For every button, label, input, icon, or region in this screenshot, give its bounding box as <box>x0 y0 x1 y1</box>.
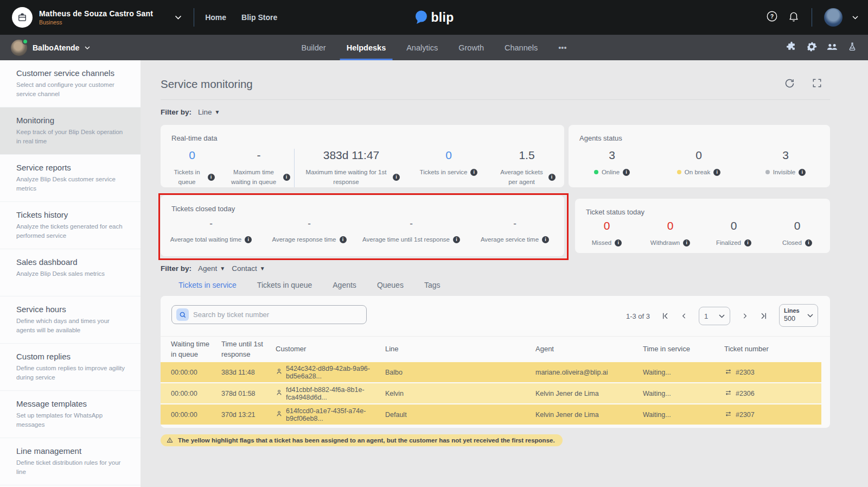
info-icon[interactable] <box>713 169 720 176</box>
more-tabs-icon[interactable]: ••• <box>552 35 573 60</box>
info-icon[interactable] <box>245 236 252 243</box>
sidebar-item-service-hours[interactable]: Service hours Define which days and time… <box>0 296 141 344</box>
help-icon[interactable]: ? <box>766 10 778 24</box>
col-time-until-first-response: Time until 1st response <box>221 339 271 360</box>
fullscreen-icon[interactable] <box>812 78 822 91</box>
filter-line-dropdown[interactable]: Line▼ <box>198 108 220 116</box>
chevron-down-icon[interactable] <box>175 15 182 20</box>
top-bar: Matheus de Souza Castro Sant Business Ho… <box>0 0 868 35</box>
sidebar-item-customer-service-channels[interactable]: Customer service channels Select and con… <box>0 60 141 107</box>
chevron-down-icon: ▼ <box>215 110 220 115</box>
settings-gear-icon[interactable] <box>806 41 817 54</box>
card-title: Ticket status today <box>586 208 644 216</box>
page-select[interactable]: 1 <box>699 307 730 325</box>
chevron-down-icon[interactable] <box>852 16 858 20</box>
bot-name: BalboAtende <box>33 43 79 52</box>
nav-home[interactable]: Home <box>205 13 226 22</box>
pagination-range: 1-3 of 3 <box>626 312 650 320</box>
app-bar: BalboAtende Builder Helpdesks Analytics … <box>0 35 868 60</box>
tab-tickets-in-service[interactable]: Tickets in service <box>172 276 243 299</box>
filter-label: Filter by: <box>161 108 192 116</box>
table-row[interactable]: 00:00:00 378d 01:58 fd41cbbf-b882-4f6a-8… <box>161 383 821 403</box>
info-icon[interactable] <box>453 236 460 243</box>
pagination: 1-3 of 3 1 Lines 500 <box>626 305 818 327</box>
next-page-icon[interactable] <box>741 312 749 320</box>
chevron-down-icon: ▼ <box>260 266 265 271</box>
topbar-divider <box>194 8 194 27</box>
stat-agents-invisible: 3 Invisible <box>742 149 829 177</box>
info-icon[interactable] <box>683 239 690 246</box>
account-name: Matheus de Souza Castro Sant <box>39 9 153 18</box>
table-header: Waiting time in queue Time until 1st res… <box>161 336 830 362</box>
col-customer: Customer <box>276 344 385 355</box>
tab-builder[interactable]: Builder <box>295 35 333 60</box>
search-icon <box>176 308 189 321</box>
table-row[interactable]: 00:00:00 383d 11:48 5424c342-d8d9-42ab-9… <box>161 362 821 382</box>
tab-growth[interactable]: Growth <box>452 35 490 60</box>
ticket-search[interactable] <box>171 305 367 324</box>
filter-contact-dropdown[interactable]: Contact▼ <box>232 264 265 273</box>
info-icon[interactable] <box>799 169 806 176</box>
filter-by-agent-contact: Filter by: Agent▼ Contact▼ <box>161 264 265 273</box>
stat-max-time-waiting-queue: - Maximum time waiting in queue <box>224 149 294 187</box>
person-icon <box>276 389 283 398</box>
col-ticket-number: Ticket number <box>724 344 830 355</box>
topbar-divider <box>812 8 812 27</box>
lines-per-page-select[interactable]: Lines 500 <box>779 304 818 327</box>
sidebar-item-tickets-history[interactable]: Tickets history Analyze the tickets gene… <box>0 202 141 249</box>
experiments-flask-icon[interactable] <box>847 41 857 54</box>
sidebar-item-line-management[interactable]: Line management Define ticket distributi… <box>0 438 141 485</box>
tab-tickets-in-queue[interactable]: Tickets in queue <box>251 276 318 299</box>
stat-agents-online: 3 Online <box>569 149 655 177</box>
sidebar-item-service-reports[interactable]: Service reports Analyze Blip Desk custom… <box>0 155 141 202</box>
chevron-down-icon <box>807 314 813 318</box>
tab-tags[interactable]: Tags <box>418 276 447 299</box>
info-icon[interactable] <box>283 174 290 181</box>
tab-queues[interactable]: Queues <box>371 276 410 299</box>
blip-balloon-icon <box>414 10 428 25</box>
info-icon[interactable] <box>393 174 400 181</box>
account-switcher[interactable]: Matheus de Souza Castro Sant Business <box>0 7 182 28</box>
info-icon[interactable] <box>340 236 347 243</box>
search-input[interactable] <box>193 311 350 319</box>
sidebar-item-custom-replies[interactable]: Custom replies Define custom replies to … <box>0 344 141 391</box>
last-page-icon[interactable] <box>760 312 768 320</box>
previous-page-icon[interactable] <box>680 312 688 320</box>
stat-tickets-in-queue: 0 Tickets in queue <box>161 149 224 187</box>
tab-channels[interactable]: Channels <box>498 35 544 60</box>
col-agent: Agent <box>535 344 643 355</box>
info-icon[interactable] <box>744 239 751 246</box>
info-icon[interactable] <box>542 236 549 243</box>
stat-closed: 0 Closed <box>765 219 829 248</box>
info-icon[interactable] <box>623 169 630 176</box>
sidebar-item-sales-dashboard[interactable]: Sales dashboard Analyze Blip Desk sales … <box>0 249 141 296</box>
chevron-down-icon[interactable] <box>85 46 90 49</box>
stat-max-time-first-response: 383d 11:47 Maximum time waiting for 1st … <box>294 149 408 187</box>
integrations-puzzle-icon[interactable] <box>786 41 797 54</box>
sidebar-item-monitoring[interactable]: Monitoring Keep track of your Blip Desk … <box>0 107 141 155</box>
sidebar-item-message-templates[interactable]: Message templates Set up templates for W… <box>0 391 141 438</box>
first-page-icon[interactable] <box>661 312 669 320</box>
table-row[interactable]: 00:00:00 370d 13:21 614fccd0-a1e7-435f-a… <box>161 404 821 425</box>
stat-average-total-waiting-time: - Average total waiting time <box>161 218 261 244</box>
notifications-bell-icon[interactable] <box>788 10 800 24</box>
filter-by-line: Filter by: Line▼ <box>161 108 220 116</box>
filter-agent-dropdown[interactable]: Agent▼ <box>198 264 225 273</box>
agents-status-card: Agents status 3 Online 0 On break 3 Invi… <box>569 125 830 187</box>
tab-helpdesks[interactable]: Helpdesks <box>340 35 393 60</box>
refresh-icon[interactable] <box>784 78 795 91</box>
user-avatar[interactable] <box>824 8 843 27</box>
team-users-icon[interactable] <box>826 41 838 54</box>
nav-blip-store[interactable]: Blip Store <box>241 13 277 22</box>
info-icon[interactable] <box>615 239 622 246</box>
info-icon[interactable] <box>208 174 215 181</box>
info-icon[interactable] <box>470 169 477 176</box>
account-type-badge: Business <box>39 19 153 26</box>
realtime-data-card: Real-time data 0 Tickets in queue - Maxi… <box>161 125 564 187</box>
bot-switcher[interactable]: BalboAtende <box>0 40 90 56</box>
info-icon[interactable] <box>548 174 556 181</box>
info-icon[interactable] <box>805 239 812 246</box>
tab-agents[interactable]: Agents <box>326 276 363 299</box>
page-title: Service monitoring <box>161 78 253 91</box>
tab-analytics[interactable]: Analytics <box>400 35 444 60</box>
